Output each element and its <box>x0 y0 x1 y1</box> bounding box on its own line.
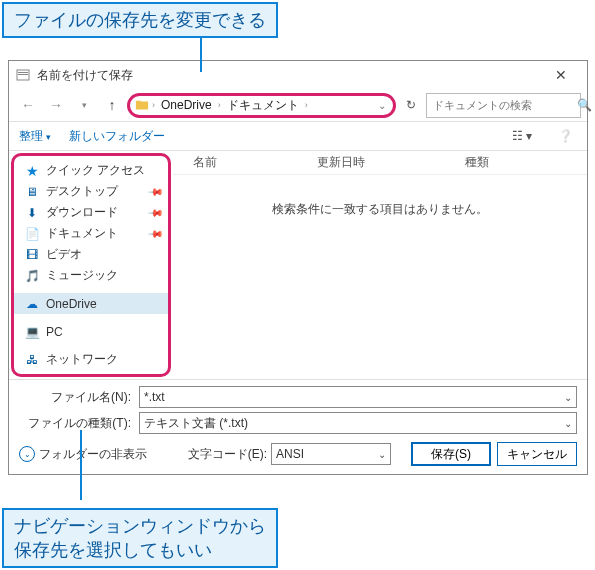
search-icon[interactable]: 🔍 <box>577 98 592 112</box>
nav-label: ダウンロード <box>46 204 118 221</box>
navigation-row: ← → ▾ ↑ › OneDrive › ドキュメント › ⌄ ↻ 🔍 <box>9 89 587 121</box>
address-bar[interactable]: › OneDrive › ドキュメント › ⌄ <box>127 93 396 118</box>
chevron-down-icon: ⌄ <box>378 449 386 460</box>
search-input[interactable] <box>427 99 577 111</box>
view-options-icon[interactable]: ☷ ▾ <box>508 127 536 145</box>
search-box[interactable]: 🔍 <box>426 93 581 118</box>
music-icon: 🎵 <box>24 268 40 284</box>
filename-label: ファイル名(N): <box>19 389 139 406</box>
nav-label: デスクトップ <box>46 183 118 200</box>
file-list-area: 名前 更新日時 種類 検索条件に一致する項目はありません。 <box>173 151 587 379</box>
connector-bottom <box>80 430 82 500</box>
pin-icon: 📌 <box>148 204 164 220</box>
toolbar: 整理 新しいフォルダー ☷ ▾ ❔ <box>9 121 587 151</box>
footer-form: ファイル名(N): *.txt ⌄ ファイルの種類(T): テキスト文書 (*.… <box>9 379 587 474</box>
new-folder-button[interactable]: 新しいフォルダー <box>69 128 165 145</box>
filetype-label: ファイルの種類(T): <box>19 415 139 432</box>
save-dialog: 名前を付けて保存 ✕ ← → ▾ ↑ › OneDrive › ドキュメント ›… <box>8 60 588 475</box>
col-type[interactable]: 種類 <box>465 154 489 171</box>
refresh-button[interactable]: ↻ <box>398 93 424 118</box>
pin-icon: 📌 <box>148 183 164 199</box>
chevron-down-icon: ⌄ <box>564 418 572 429</box>
callout-bottom-line1: ナビゲーションウィンドウから <box>14 514 266 538</box>
close-button[interactable]: ✕ <box>541 63 581 87</box>
forward-button[interactable]: → <box>43 93 69 117</box>
address-dropdown-icon[interactable]: ⌄ <box>375 100 389 111</box>
filename-input[interactable]: *.txt ⌄ <box>139 386 577 408</box>
navigation-pane: ★ クイック アクセス 🖥 デスクトップ 📌 ⬇ ダウンロード 📌 📄 ドキュメ… <box>11 153 171 377</box>
quick-access-icon: ★ <box>24 163 40 179</box>
callout-bottom: ナビゲーションウィンドウから 保存先を選択してもいい <box>2 508 278 568</box>
onedrive-icon: ☁ <box>24 296 40 312</box>
nav-label: クイック アクセス <box>46 162 145 179</box>
breadcrumb-sep: › <box>305 100 308 110</box>
body-area: ★ クイック アクセス 🖥 デスクトップ 📌 ⬇ ダウンロード 📌 📄 ドキュメ… <box>9 151 587 379</box>
nav-downloads[interactable]: ⬇ ダウンロード 📌 <box>14 202 168 223</box>
documents-icon: 📄 <box>24 226 40 242</box>
nav-network[interactable]: 🖧 ネットワーク <box>14 349 168 370</box>
organize-menu[interactable]: 整理 <box>19 128 51 145</box>
col-modified[interactable]: 更新日時 <box>317 154 365 171</box>
app-icon <box>15 67 31 83</box>
callout-bottom-line2: 保存先を選択してもいい <box>14 538 266 562</box>
empty-message: 検索条件に一致する項目はありません。 <box>173 175 587 379</box>
col-name[interactable]: 名前 <box>193 154 217 171</box>
up-button[interactable]: ↑ <box>99 93 125 117</box>
back-button[interactable]: ← <box>15 93 41 117</box>
pin-icon: 📌 <box>148 225 164 241</box>
breadcrumb-sep: › <box>152 100 155 110</box>
network-icon: 🖧 <box>24 352 40 368</box>
nav-label: ビデオ <box>46 246 82 263</box>
connector-top <box>200 32 202 72</box>
callout-top: ファイルの保存先を変更できる <box>2 2 278 38</box>
cancel-button[interactable]: キャンセル <box>497 442 577 466</box>
breadcrumb-2[interactable]: ドキュメント <box>223 97 303 114</box>
nav-desktop[interactable]: 🖥 デスクトップ 📌 <box>14 181 168 202</box>
nav-label: ネットワーク <box>46 351 118 368</box>
nav-label: ミュージック <box>46 267 118 284</box>
window-title: 名前を付けて保存 <box>37 67 133 84</box>
encoding-label: 文字コード(E): <box>188 446 267 463</box>
nav-label: PC <box>46 325 63 339</box>
save-button[interactable]: 保存(S) <box>411 442 491 466</box>
nav-label: ドキュメント <box>46 225 118 242</box>
nav-label: OneDrive <box>46 297 97 311</box>
nav-pc[interactable]: 💻 PC <box>14 321 168 342</box>
pc-icon: 💻 <box>24 324 40 340</box>
callout-top-text: ファイルの保存先を変更できる <box>14 10 266 30</box>
chevron-down-icon: ⌄ <box>564 392 572 403</box>
encoding-select[interactable]: ANSI ⌄ <box>271 443 391 465</box>
folder-icon <box>134 98 150 112</box>
breadcrumb-1[interactable]: OneDrive <box>157 98 216 112</box>
hide-folders-toggle[interactable]: ⌄ フォルダーの非表示 <box>19 446 147 463</box>
nav-documents[interactable]: 📄 ドキュメント 📌 <box>14 223 168 244</box>
video-icon: 🎞 <box>24 247 40 263</box>
help-icon[interactable]: ❔ <box>554 127 577 145</box>
breadcrumb-sep: › <box>218 100 221 110</box>
svg-rect-2 <box>18 74 28 75</box>
nav-quick-access[interactable]: ★ クイック アクセス <box>14 160 168 181</box>
desktop-icon: 🖥 <box>24 184 40 200</box>
history-dropdown[interactable]: ▾ <box>71 93 97 117</box>
nav-music[interactable]: 🎵 ミュージック <box>14 265 168 286</box>
nav-videos[interactable]: 🎞 ビデオ <box>14 244 168 265</box>
title-bar: 名前を付けて保存 ✕ <box>9 61 587 89</box>
column-headers: 名前 更新日時 種類 <box>173 151 587 175</box>
svg-rect-1 <box>18 72 28 73</box>
nav-onedrive[interactable]: ☁ OneDrive <box>14 293 168 314</box>
filetype-select[interactable]: テキスト文書 (*.txt) ⌄ <box>139 412 577 434</box>
chevron-down-icon: ⌄ <box>19 446 35 462</box>
download-icon: ⬇ <box>24 205 40 221</box>
